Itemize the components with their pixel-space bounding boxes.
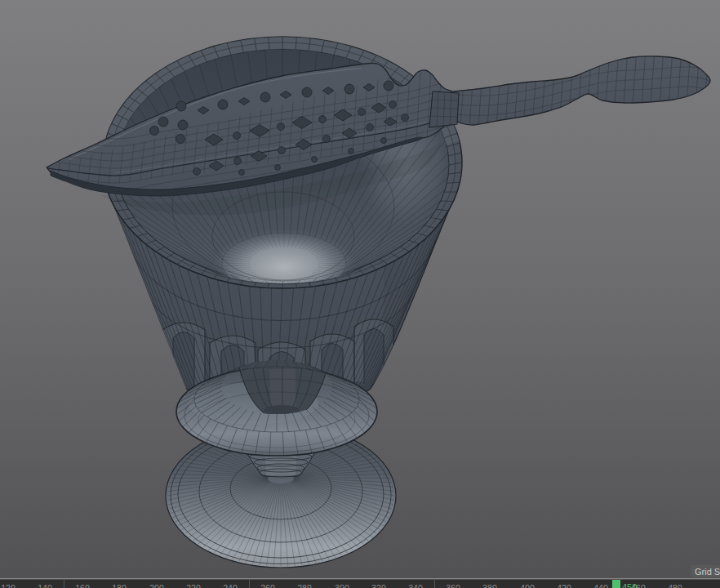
svg-text:480: 480 [668,583,682,588]
svg-text:420: 420 [557,583,571,588]
svg-text:400: 400 [520,583,535,588]
svg-text:280: 280 [297,583,312,588]
svg-text:120: 120 [1,583,16,588]
svg-text:450: 450 [622,582,637,588]
svg-text:320: 320 [371,583,386,588]
svg-text:440: 440 [593,583,608,588]
svg-text:380: 380 [482,583,497,588]
svg-text:140: 140 [38,583,52,588]
svg-text:340: 340 [408,583,423,588]
svg-text:Grid Sp: Grid Sp [695,567,720,577]
svg-text:200: 200 [149,583,164,588]
svg-text:300: 300 [335,583,349,588]
svg-text:260: 260 [260,583,275,588]
svg-text:220: 220 [186,583,201,588]
svg-text:180: 180 [112,583,127,588]
svg-text:160: 160 [75,583,90,588]
svg-text:240: 240 [223,583,238,588]
svg-text:360: 360 [446,583,460,588]
